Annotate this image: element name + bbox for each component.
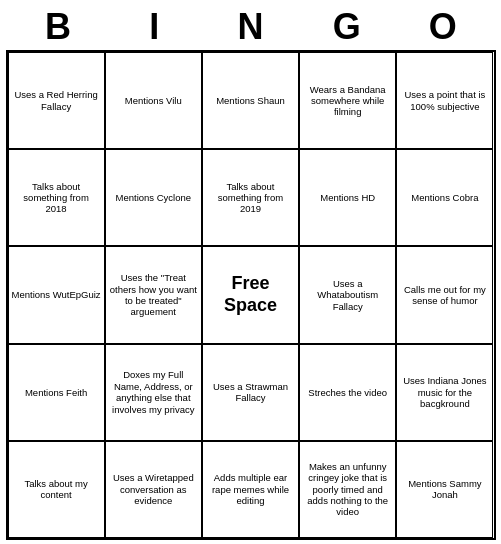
- bingo-cell-r0c3[interactable]: Wears a Bandana somewhere while filming: [299, 52, 396, 149]
- bingo-cell-r1c2[interactable]: Talks about something from 2019: [202, 149, 299, 246]
- bingo-cell-r2c4[interactable]: Calls me out for my sense of humor: [396, 246, 493, 343]
- bingo-letter-i: I: [124, 6, 184, 48]
- bingo-cell-r1c4[interactable]: Mentions Cobra: [396, 149, 493, 246]
- bingo-cell-r3c1[interactable]: Doxes my Full Name, Address, or anything…: [105, 344, 202, 441]
- bingo-cell-r1c0[interactable]: Talks about something from 2018: [8, 149, 105, 246]
- bingo-cell-r3c3[interactable]: Streches the video: [299, 344, 396, 441]
- bingo-letter-b: B: [28, 6, 88, 48]
- bingo-cell-r0c1[interactable]: Mentions Vilu: [105, 52, 202, 149]
- bingo-letter-n: N: [220, 6, 280, 48]
- bingo-cell-r3c0[interactable]: Mentions Feith: [8, 344, 105, 441]
- bingo-cell-r4c3[interactable]: Makes an unfunny cringey joke that is po…: [299, 441, 396, 538]
- bingo-cell-r2c1[interactable]: Uses the "Treat others how you want to b…: [105, 246, 202, 343]
- bingo-letter-o: O: [413, 6, 473, 48]
- bingo-cell-r0c4[interactable]: Uses a point that is 100% subjective: [396, 52, 493, 149]
- bingo-cell-r2c0[interactable]: Mentions WutEpGuiz: [8, 246, 105, 343]
- bingo-cell-r4c2[interactable]: Adds multiple ear rape memes while editi…: [202, 441, 299, 538]
- bingo-cell-r4c4[interactable]: Mentions Sammy Jonah: [396, 441, 493, 538]
- bingo-cell-r0c0[interactable]: Uses a Red Herring Fallacy: [8, 52, 105, 149]
- bingo-cell-r0c2[interactable]: Mentions Shaun: [202, 52, 299, 149]
- bingo-cell-r4c0[interactable]: Talks about my content: [8, 441, 105, 538]
- bingo-cell-r3c4[interactable]: Uses Indiana Jones music for the bacgkro…: [396, 344, 493, 441]
- bingo-letter-g: G: [317, 6, 377, 48]
- bingo-cell-r1c1[interactable]: Mentions Cyclone: [105, 149, 202, 246]
- bingo-cell-r4c1[interactable]: Uses a Wiretapped conversation as eviden…: [105, 441, 202, 538]
- bingo-header: BINGO: [0, 0, 501, 50]
- bingo-cell-r2c2[interactable]: Free Space: [202, 246, 299, 343]
- bingo-cell-r1c3[interactable]: Mentions HD: [299, 149, 396, 246]
- bingo-cell-r3c2[interactable]: Uses a Strawman Fallacy: [202, 344, 299, 441]
- bingo-cell-r2c3[interactable]: Uses a Whataboutism Fallacy: [299, 246, 396, 343]
- bingo-grid: Uses a Red Herring FallacyMentions ViluM…: [6, 50, 496, 540]
